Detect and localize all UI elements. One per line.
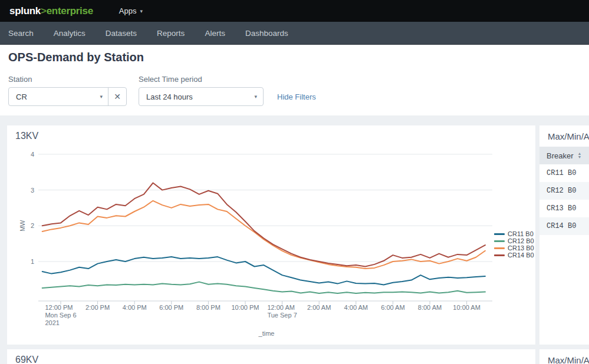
- x-tick-label: 8:00 AM: [418, 304, 442, 312]
- nav-item-alerts[interactable]: Alerts: [205, 29, 225, 38]
- dashboard-body: 13KV 1234MW 12:00 PMMon Sep 620212:00 PM…: [0, 115, 589, 364]
- x-tick-label: 6:00 AM: [381, 304, 404, 312]
- chevron-down-icon: ▾: [254, 94, 257, 100]
- x-axis-title: _time: [246, 330, 287, 337]
- y-tick-label: 1: [31, 258, 34, 265]
- x-tick-label: 6:00 PM: [159, 304, 183, 312]
- splunk-logo[interactable]: splunk>enterprise: [9, 5, 93, 17]
- x-tick-label: 8:00 PM: [196, 304, 221, 312]
- series-line-cr13-b0[interactable]: [42, 201, 485, 269]
- y-tick-label: 2: [31, 222, 34, 229]
- station-filter-group: CR ▾ ✕: [8, 87, 127, 106]
- breaker-table: Breaker ▲ ▼ CR11 B0 CR12 B0 CR13 B0 CR14…: [539, 147, 589, 235]
- series-line-cr12-b0[interactable]: [42, 282, 485, 293]
- legend-item[interactable]: CR11 B0: [494, 230, 534, 237]
- chevron-down-icon: ▾: [100, 94, 103, 100]
- x-tick-label: 10:00 PM: [231, 304, 259, 312]
- station-dropdown-value: CR: [16, 92, 27, 101]
- nav-item-search[interactable]: Search: [8, 29, 34, 38]
- panel-13kv-chart: 13KV 1234MW 12:00 PMMon Sep 620212:00 PM…: [7, 125, 535, 345]
- app-nav-bar: Search Analytics Datasets Reports Alerts…: [0, 22, 589, 45]
- x-tick-label: 12:00 PMMon Sep 62021: [45, 304, 76, 327]
- legend-item[interactable]: CR13 B0: [494, 244, 534, 252]
- x-tick-label: 12:00 AMTue Sep 7: [267, 304, 297, 319]
- logo-chevron: >: [41, 5, 47, 16]
- legend-swatch-icon: [494, 233, 505, 235]
- nav-item-analytics[interactable]: Analytics: [54, 29, 85, 38]
- y-tick-label: 4: [31, 151, 34, 158]
- table-title-69kv: Max/Min/Av: [548, 355, 589, 364]
- legend-item[interactable]: CR12 B0: [494, 237, 534, 244]
- legend-item[interactable]: CR14 B0: [494, 252, 534, 259]
- x-tick-label: 4:00 AM: [344, 304, 368, 312]
- x-tick-label: 2:00 PM: [85, 304, 110, 312]
- x-tick-label: 4:00 PM: [123, 304, 147, 312]
- panel-69kv-chart: 69KV: [7, 349, 535, 364]
- nav-item-dashboards[interactable]: Dashboards: [245, 29, 288, 38]
- x-tick-label: 2:00 AM: [307, 304, 331, 312]
- x-tick-label: 10:00 AM: [453, 304, 480, 312]
- apps-menu[interactable]: Apps ▾: [119, 6, 143, 15]
- table-row: CR14 B0: [539, 217, 589, 235]
- time-filter-label: Select Time period: [139, 75, 202, 84]
- legend-swatch-icon: [494, 240, 505, 242]
- station-dropdown[interactable]: CR ▾: [9, 88, 108, 105]
- legend-label: CR12 B0: [508, 237, 534, 244]
- breaker-column-header[interactable]: Breaker ▲ ▼: [539, 147, 589, 164]
- chart-legend: CR11 B0CR12 B0CR13 B0CR14 B0: [494, 230, 534, 259]
- logo-splunk: splunk: [9, 5, 41, 16]
- panel-13kv-table: Max/Min/Av Breaker ▲ ▼ CR11 B0 CR12 B0 C…: [539, 125, 589, 345]
- top-bar: splunk>enterprise Apps ▾: [0, 0, 589, 22]
- legend-label: CR14 B0: [508, 252, 534, 259]
- legend-label: CR13 B0: [508, 244, 534, 252]
- breaker-header-label: Breaker: [547, 151, 574, 160]
- station-filter-label: Station: [8, 75, 32, 84]
- table-row: CR11 B0: [539, 164, 589, 182]
- logo-enterprise: enterprise: [47, 5, 93, 16]
- nav-item-reports[interactable]: Reports: [157, 29, 185, 38]
- panel-69kv-table: Max/Min/Av: [539, 349, 589, 364]
- y-axis-title: MW: [19, 220, 26, 231]
- chevron-down-icon: ▾: [140, 8, 143, 14]
- dashboard-header: OPS-Demand by Station Station Select Tim…: [0, 45, 589, 115]
- legend-swatch-icon: [494, 247, 505, 249]
- legend-swatch-icon: [494, 254, 505, 256]
- table-row: CR12 B0: [539, 182, 589, 200]
- hide-filters-link[interactable]: Hide Filters: [277, 92, 316, 101]
- y-tick-label: 3: [31, 187, 34, 194]
- nav-item-datasets[interactable]: Datasets: [106, 29, 137, 38]
- apps-label: Apps: [119, 6, 137, 15]
- legend-label: CR11 B0: [508, 230, 534, 237]
- time-period-dropdown[interactable]: Last 24 hours ▾: [139, 87, 264, 106]
- page-title: OPS-Demand by Station: [8, 51, 144, 64]
- series-line-cr14-b0[interactable]: [42, 183, 485, 267]
- table-title-13kv: Max/Min/Av: [548, 131, 589, 141]
- sort-icon: ▲ ▼: [578, 152, 582, 159]
- time-period-value: Last 24 hours: [146, 92, 193, 101]
- chart-title-69kv: 69KV: [15, 355, 38, 364]
- table-row: CR13 B0: [539, 200, 589, 217]
- station-clear-button[interactable]: ✕: [108, 88, 126, 105]
- close-icon: ✕: [114, 92, 121, 101]
